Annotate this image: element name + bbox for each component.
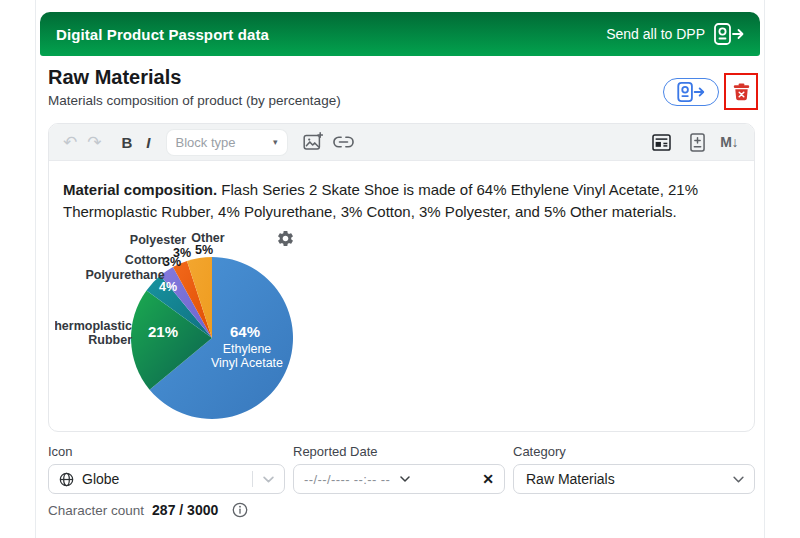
markdown-button[interactable]: M↓ [720, 134, 738, 150]
pie-label: Polyester [130, 233, 186, 247]
dpp-header: Digital Product Passport data Send all t… [40, 12, 760, 56]
clear-date-button[interactable]: ✕ [482, 471, 494, 487]
icon-field: Icon Globe [48, 444, 285, 494]
icon-select[interactable]: Globe [48, 464, 285, 494]
category-field: Category Raw Materials [513, 444, 755, 494]
material-composition-paragraph: Material composition. Flash Series 2 Ska… [63, 179, 747, 223]
insert-link-button[interactable] [333, 136, 354, 148]
caret-down-icon: ▾ [273, 137, 278, 147]
block-type-placeholder: Block type [176, 135, 236, 150]
header-title: Digital Product Passport data [56, 26, 269, 43]
card-view-icon [652, 134, 671, 151]
pie-label: Cotton [125, 253, 165, 267]
page-subtitle: Materials composition of product (by per… [48, 93, 341, 108]
pie-label: 64% [230, 323, 260, 340]
char-count-value: 287 / 3000 [152, 502, 218, 518]
chevron-down-icon [400, 476, 410, 482]
link-icon [333, 136, 354, 148]
pie-label: 3% [163, 255, 181, 269]
reported-date-field: Reported Date --/--/---- --:-- -- ✕ [293, 444, 505, 494]
send-to-dpp-button[interactable] [663, 78, 719, 106]
delete-button[interactable] [733, 83, 750, 101]
file-plus-icon [690, 133, 705, 152]
pie-label: Polyurethane [85, 268, 164, 282]
reported-date-input[interactable]: --/--/---- --:-- -- ✕ [293, 464, 505, 494]
toolbar-view-group: M↓ [648, 129, 742, 156]
editor-toolbar: ↶ ↷ B I Block type ▾ [49, 124, 754, 161]
date-placeholder: --/--/---- --:-- -- [304, 472, 390, 487]
chevron-down-icon [263, 476, 274, 483]
card-view-button[interactable] [648, 129, 675, 156]
category-select[interactable]: Raw Materials [513, 464, 755, 494]
panel-left-border [35, 0, 36, 538]
panel-right-border [764, 0, 765, 538]
bold-button[interactable]: B [122, 134, 133, 151]
italic-button[interactable]: I [146, 134, 150, 151]
character-count-row: Character count 287 / 3000 [48, 502, 248, 518]
redo-button[interactable]: ↷ [87, 134, 101, 151]
pie-label: Thermoplastic [55, 319, 132, 333]
undo-button[interactable]: ↶ [63, 134, 77, 151]
send-all-to-dpp-button[interactable]: Send all to DPP [606, 23, 744, 45]
icon-select-value: Globe [82, 471, 119, 487]
page-title: Raw Materials [48, 66, 341, 89]
block-type-select[interactable]: Block type ▾ [167, 130, 287, 155]
pie-label: Vinyl Acetate [211, 356, 283, 370]
annotation-highlight [724, 73, 758, 110]
reported-date-label: Reported Date [293, 444, 505, 459]
icon-field-label: Icon [48, 444, 285, 459]
editor-lead: Material composition. [63, 181, 217, 198]
select-divider [252, 471, 253, 487]
char-count-label: Character count [48, 503, 144, 518]
passport-arrow-icon [714, 23, 744, 45]
pie-label: 4% [159, 280, 177, 294]
category-select-value: Raw Materials [526, 471, 615, 487]
category-label: Category [513, 444, 755, 459]
insert-image-button[interactable] [303, 132, 323, 152]
info-icon[interactable] [232, 502, 248, 518]
image-add-icon [303, 132, 323, 152]
file-add-button[interactable] [690, 133, 705, 152]
pie-label: 21% [148, 323, 178, 340]
pie-label: Rubber [88, 333, 132, 347]
page: Digital Product Passport data Send all t… [0, 0, 800, 538]
globe-icon [59, 472, 74, 487]
trash-icon [733, 83, 750, 101]
pie-label: 5% [195, 243, 213, 257]
pie-label: Ethylene [223, 342, 272, 356]
passport-arrow-icon [674, 82, 708, 102]
gear-icon [276, 229, 295, 248]
editor-content[interactable]: Material composition. Flash Series 2 Ska… [49, 161, 754, 223]
chevron-down-icon [733, 476, 744, 483]
chart-settings-button[interactable] [276, 229, 295, 248]
send-all-label: Send all to DPP [606, 26, 705, 42]
section-header: Raw Materials Materials composition of p… [48, 66, 341, 108]
materials-pie-chart: Polyester3%Other5%Cotton3%Polyurethane4%… [55, 226, 315, 426]
